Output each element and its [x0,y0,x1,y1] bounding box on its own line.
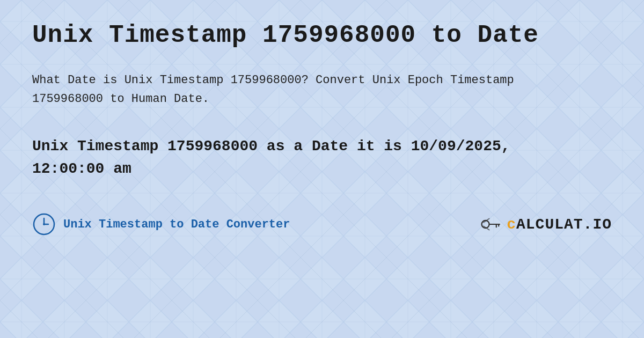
clock-icon [32,212,56,236]
brand-name: cALCULAT.IO [507,216,612,233]
result-text: Unix Timestamp 1759968000 as a Date it i… [32,135,515,180]
brand-logo: cALCULAT.IO [480,212,612,236]
footer: Unix Timestamp to Date Converter cALCULA… [32,212,612,236]
converter-label: Unix Timestamp to Date Converter [63,218,290,231]
page-title: Unix Timestamp 1759968000 to Date [32,21,612,49]
brand-icon [480,212,503,236]
svg-point-12 [43,223,45,225]
brand-highlight: c [507,216,516,233]
description-text: What Date is Unix Timestamp 1759968000? … [32,71,515,108]
footer-left: Unix Timestamp to Date Converter [32,212,290,236]
